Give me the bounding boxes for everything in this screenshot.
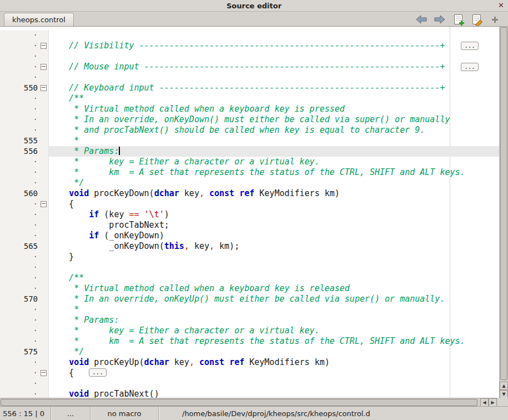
fold-gutter [39, 347, 49, 357]
code-line[interactable]: · [0, 72, 499, 83]
code-line[interactable]: · */ [0, 178, 499, 188]
code-area[interactable]: ·· // Visibility -----------------------… [0, 27, 499, 398]
line-number: · [0, 273, 39, 283]
fold-collapse-icon[interactable] [41, 370, 47, 376]
code-text: * Params: [49, 315, 499, 326]
nav-back-button[interactable] [415, 14, 428, 25]
code-line[interactable]: · * In an override, onKeyDown() must eit… [0, 114, 499, 125]
hscroll-thumb[interactable] [1, 399, 477, 406]
line-number: 575 [0, 347, 39, 357]
line-number: · [0, 378, 39, 389]
caret-position: 556 : 15 | 0 [0, 407, 51, 420]
code-line[interactable]: · /** [0, 273, 499, 283]
fold-gutter [39, 252, 49, 262]
fold-gutter [39, 304, 49, 315]
nav-forward-button[interactable] [433, 14, 446, 25]
code-line[interactable]: · void procKeyUp(dchar key, const ref Ke… [0, 357, 499, 368]
detach-button[interactable] [488, 14, 501, 25]
vscroll-thumb[interactable] [500, 27, 507, 380]
code-text: // Visibility --------------------------… [49, 41, 499, 51]
fold-gutter [39, 389, 49, 398]
code-line[interactable]: 560 void procKeyDown(dchar key, const re… [0, 188, 499, 199]
code-text [49, 30, 499, 41]
fold-gutter [39, 167, 49, 178]
code-line[interactable]: 565 _onKeyDown(this, key, km); [0, 241, 499, 252]
fold-gutter [39, 262, 49, 273]
horizontal-scrollbar[interactable]: ◀ ▶ [0, 398, 498, 407]
line-number: · [0, 368, 39, 378]
code-text: * Params: [49, 146, 499, 157]
code-text [49, 72, 499, 83]
fold-gutter [39, 220, 49, 231]
fold-collapse-icon[interactable] [41, 201, 47, 207]
code-line[interactable]: 555 * [0, 136, 499, 146]
folded-region-ellipsis[interactable]: ... [461, 63, 479, 71]
code-line[interactable]: · * km = A set that represents the statu… [0, 167, 499, 178]
code-text: */ [49, 178, 499, 188]
scroll-left-button[interactable]: ◀ [480, 398, 489, 407]
fold-collapse-icon[interactable] [41, 85, 47, 91]
fold-gutter [39, 188, 49, 199]
document-add-button[interactable] [451, 14, 465, 25]
scroll-up-button[interactable]: ▲ [500, 382, 508, 390]
fold-collapse-icon[interactable] [41, 64, 47, 70]
code-line[interactable]: · if (_onKeyDown) [0, 231, 499, 241]
line-number: 550 [0, 83, 39, 93]
code-line[interactable]: · // Visibility ------------------------… [0, 41, 499, 51]
code-text: * [49, 304, 499, 315]
code-line[interactable]: · [0, 378, 499, 389]
editor: ·· // Visibility -----------------------… [0, 26, 508, 398]
folded-region-ellipsis[interactable]: ... [461, 42, 479, 50]
code-line[interactable]: · /** [0, 93, 499, 104]
fold-gutter [39, 231, 49, 241]
code-line[interactable]: · * Params: [0, 315, 499, 326]
code-line[interactable]: · [0, 30, 499, 41]
scrollbar-corner [498, 398, 508, 407]
line-number: · [0, 93, 39, 104]
code-line[interactable]: · * [0, 304, 499, 315]
fold-gutter [39, 241, 49, 252]
code-line[interactable]: · * and procTabNext() should be called w… [0, 125, 499, 136]
tab-label: kheops.control [12, 16, 66, 24]
code-line[interactable]: · [0, 262, 499, 273]
code-line[interactable]: · { [0, 199, 499, 209]
code-line[interactable]: · * km = A set that represents the statu… [0, 336, 499, 347]
scroll-right-button[interactable]: ▶ [489, 398, 497, 407]
line-number: · [0, 252, 39, 262]
fold-gutter [39, 41, 49, 51]
close-icon[interactable]: ✕ [498, 1, 504, 9]
code-text: { [49, 199, 499, 209]
code-line[interactable]: · * key = Either a character or a virtua… [0, 157, 499, 167]
code-line[interactable]: · * key = Either a character or a virtua… [0, 326, 499, 336]
arrow-left-icon [416, 15, 427, 24]
code-line[interactable]: · [0, 51, 499, 62]
code-line[interactable]: · void procTabNext() [0, 389, 499, 398]
code-line[interactable]: · {... [0, 368, 499, 378]
code-line[interactable]: · procTabNext; [0, 220, 499, 231]
code-line[interactable]: 550 // Keyboard input ------------------… [0, 83, 499, 93]
line-number: · [0, 209, 39, 220]
code-text: void procKeyUp(dchar key, const ref KeyM… [49, 357, 499, 368]
code-line[interactable]: · } [0, 252, 499, 262]
code-line[interactable]: 575 */ [0, 347, 499, 357]
code-text: void procKeyDown(dchar key, const ref Ke… [49, 188, 499, 199]
code-text: * Virtual method called when a keyboard … [49, 283, 499, 294]
code-line[interactable]: 556 * Params: [0, 146, 499, 157]
scroll-down-button[interactable]: ▼ [500, 390, 508, 398]
folded-code-ellipsis[interactable]: ... [89, 368, 107, 377]
hscroll-steppers: ◀ ▶ [480, 398, 497, 407]
code-line[interactable]: · // Mouse input -----------------------… [0, 62, 499, 72]
fold-collapse-icon[interactable] [41, 43, 47, 49]
vertical-scrollbar[interactable]: ▲ ▼ [499, 27, 508, 398]
line-number: · [0, 30, 39, 41]
fold-gutter [39, 93, 49, 104]
fold-gutter [39, 125, 49, 136]
code-line[interactable]: · * Virtual method called when a keyboar… [0, 283, 499, 294]
tab-kheops-control[interactable]: kheops.control [4, 13, 74, 26]
code-line[interactable]: · if (key == '\t') [0, 209, 499, 220]
code-line[interactable]: · * Virtual method called when a keyboar… [0, 104, 499, 114]
statusbar: 556 : 15 | 0 ... no macro /home/basile/D… [0, 406, 508, 420]
code-line[interactable]: 570 * In an override, onKeyUp() must eit… [0, 294, 499, 304]
document-edit-button[interactable] [470, 14, 483, 25]
code-text [49, 51, 499, 62]
